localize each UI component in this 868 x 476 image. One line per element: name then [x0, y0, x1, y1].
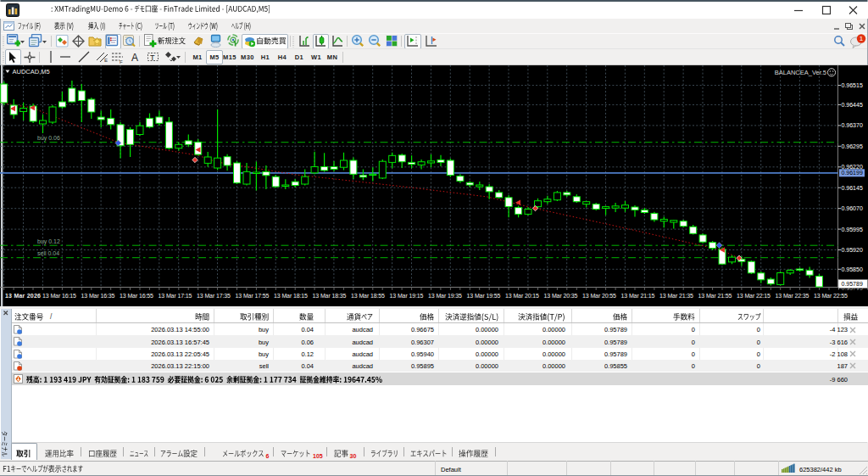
- svg-text:0.96515: 0.96515: [842, 82, 863, 88]
- svg-text:13 Mar 17:35: 13 Mar 17:35: [197, 293, 231, 299]
- svg-text:13 Mar 21:15: 13 Mar 21:15: [621, 293, 655, 299]
- svg-text:13 Mar 19:35: 13 Mar 19:35: [428, 293, 462, 299]
- svg-text:F: F: [120, 59, 123, 64]
- svg-text:13 Mar 20:35: 13 Mar 20:35: [544, 293, 578, 299]
- svg-text:13 Mar 22:15: 13 Mar 22:15: [737, 293, 771, 299]
- svg-text:0.96295: 0.96295: [842, 143, 863, 149]
- svg-text:buy 0.06: buy 0.06: [37, 135, 60, 142]
- svg-text:A: A: [131, 52, 138, 64]
- svg-text:13 Mar 16:35: 13 Mar 16:35: [81, 293, 115, 299]
- svg-text:13 Mar 21:35: 13 Mar 21:35: [659, 293, 693, 299]
- svg-text:0.96370: 0.96370: [842, 122, 863, 128]
- svg-text:0.96445: 0.96445: [842, 102, 863, 108]
- svg-text:0.96199: 0.96199: [842, 170, 863, 176]
- svg-text:13 Mar 20:55: 13 Mar 20:55: [582, 293, 616, 299]
- svg-text:13 Mar 19:15: 13 Mar 19:15: [390, 293, 424, 299]
- svg-text:13 Mar 18:35: 13 Mar 18:35: [313, 293, 347, 299]
- svg-text:0.96145: 0.96145: [842, 185, 863, 191]
- svg-text:13 Mar 16:15: 13 Mar 16:15: [42, 293, 76, 299]
- svg-text:0.96220: 0.96220: [842, 164, 863, 170]
- svg-text:13 Mar 18:15: 13 Mar 18:15: [274, 293, 308, 299]
- svg-text:E: E: [104, 58, 108, 63]
- svg-text:13 Mar 17:55: 13 Mar 17:55: [236, 293, 270, 299]
- svg-text:BALANCEA_Ver.5: BALANCEA_Ver.5: [775, 69, 826, 76]
- svg-text:13 Mar 19:55: 13 Mar 19:55: [467, 293, 501, 299]
- svg-text:0.95920: 0.95920: [842, 247, 863, 253]
- svg-text:13 Mar 22:35: 13 Mar 22:35: [776, 293, 810, 299]
- svg-text:13 Mar 22:55: 13 Mar 22:55: [814, 293, 848, 299]
- svg-text:0.95995: 0.95995: [842, 227, 863, 232]
- svg-text:13 Mar 20:15: 13 Mar 20:15: [505, 293, 539, 299]
- svg-text:0.95850: 0.95850: [842, 266, 863, 272]
- svg-text:buy 0.12: buy 0.12: [37, 238, 60, 245]
- svg-text:0.96070: 0.96070: [842, 205, 863, 211]
- svg-text:13 Mar 17:15: 13 Mar 17:15: [159, 293, 192, 299]
- svg-text:13 Mar 2026: 13 Mar 2026: [5, 293, 41, 299]
- svg-text:13 Mar 21:55: 13 Mar 21:55: [698, 293, 732, 299]
- svg-text:T: T: [150, 53, 155, 62]
- svg-text:13 Mar 18:55: 13 Mar 18:55: [351, 293, 385, 299]
- svg-text:13 Mar 16:55: 13 Mar 16:55: [120, 293, 153, 299]
- svg-text:1: 1: [860, 35, 864, 42]
- svg-text:AUDCAD,M5: AUDCAD,M5: [13, 68, 50, 76]
- svg-text:0.95789: 0.95789: [842, 281, 863, 287]
- svg-text:sell 0.04: sell 0.04: [37, 250, 59, 256]
